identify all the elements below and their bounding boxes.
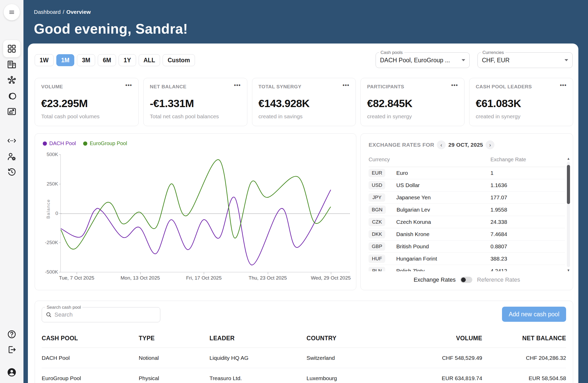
range-button-custom[interactable]: Custom — [163, 54, 195, 66]
toggle-knob — [461, 277, 466, 282]
currency-column-header: Currency — [369, 157, 490, 163]
cell-volume: EUR 634,819.74 — [401, 375, 482, 381]
sidebar-item-user-settings[interactable] — [6, 151, 17, 162]
kpi-value: -€1.331M — [150, 97, 241, 110]
card-menu-icon[interactable]: ••• — [234, 84, 241, 87]
sidebar-item-network[interactable] — [6, 75, 17, 86]
add-new-cash-pool-button[interactable]: Add new cash pool — [502, 307, 566, 322]
exchange-row: PLNPolish Zloty4.2412 — [369, 265, 565, 271]
cell-country: Switzerland — [307, 355, 401, 361]
exchange-row: USDUS Dollar1.1636 — [369, 179, 565, 191]
kpi-card-net-balance: NET BALANCE••• -€1.331M Total net cash p… — [143, 78, 247, 126]
kpi-value: €143.928K — [259, 97, 350, 110]
legend-item-dach-pool[interactable]: DACH Pool — [43, 140, 76, 146]
currency-code-badge: CZK — [369, 218, 385, 226]
scrollbar[interactable]: ▲ ▼ — [566, 157, 571, 272]
help-button[interactable] — [6, 329, 17, 340]
range-button-1m[interactable]: 1M — [56, 54, 75, 66]
sidebar-item-dashboard[interactable] — [3, 40, 20, 57]
next-date-button[interactable]: › — [486, 140, 494, 149]
legend-label: DACH Pool — [49, 140, 76, 146]
breadcrumb-overview: Overview — [66, 9, 91, 15]
exchange-row: HUFHungarian Forint388.23 — [369, 253, 565, 265]
cell-country: Luxembourg — [307, 375, 401, 381]
history-clock-icon — [7, 167, 17, 177]
exchange-row: EUREuro1 — [369, 167, 565, 179]
currency-name: Japanese Yen — [396, 194, 431, 201]
card-menu-icon[interactable]: ••• — [342, 84, 349, 87]
help-icon — [7, 329, 17, 339]
range-button-1w[interactable]: 1W — [35, 54, 54, 66]
range-button-all[interactable]: ALL — [139, 54, 160, 66]
kpi-subtitle: created in savings — [259, 113, 350, 120]
kpi-title: NET BALANCE — [150, 84, 187, 90]
user-gear-icon — [7, 152, 17, 162]
line-chart — [61, 155, 350, 272]
cash-pools-select[interactable]: Cash pools DACH Pool, EuroGroup ... — [376, 52, 470, 68]
rates-toggle-switch[interactable] — [460, 277, 472, 283]
logout-icon — [7, 345, 17, 355]
range-button-3m[interactable]: 3M — [77, 54, 95, 66]
y-axis-title: Balance — [46, 199, 51, 219]
legend-label: EuroGroup Pool — [90, 140, 127, 146]
currency-code-badge: HUF — [369, 255, 385, 263]
dashboard-grid-icon — [7, 44, 17, 54]
range-button-1y[interactable]: 1Y — [119, 54, 136, 66]
breadcrumb-separator: / — [63, 9, 64, 15]
logout-button[interactable] — [6, 344, 17, 355]
x-tick-label: Mon, 13 Oct 2025 — [121, 275, 160, 281]
range-button-6m[interactable]: 6M — [98, 54, 116, 66]
exchange-rate-value: 1 — [491, 170, 565, 176]
sidebar-item-api[interactable] — [6, 135, 17, 146]
cell-leader: Treasuro Ltd. — [210, 375, 307, 381]
kpi-card-cash-pool-leaders: CASH POOL LEADERS••• €61.083K created in… — [469, 78, 573, 126]
cell-cash-pool: EuroGroup Pool — [42, 375, 139, 381]
currency-name: Bulgarian Lev — [397, 207, 430, 213]
chevron-down-icon — [462, 59, 465, 61]
currency-code-badge: JPY — [369, 193, 385, 202]
chart-plot-area: 500K 250K 0 -250K -500K Tue, 7 Oct 2025 … — [60, 155, 350, 272]
y-tick-label: -250K — [45, 240, 58, 245]
y-tick-label: -500K — [45, 269, 58, 275]
scroll-up-icon[interactable]: ▲ — [567, 157, 570, 160]
legend-item-eurogroup-pool[interactable]: EuroGroup Pool — [83, 140, 127, 146]
table-row-dach-pool[interactable]: DACH Pool Notional Liquidity HQ AG Switz… — [42, 348, 566, 368]
scroll-down-icon[interactable]: ▼ — [567, 268, 570, 272]
currency-name: Polish Zloty — [396, 268, 425, 271]
previous-date-button[interactable]: ‹ — [437, 140, 446, 149]
currencies-select-value: CHF, EUR — [482, 57, 562, 64]
card-menu-icon[interactable]: ••• — [125, 84, 132, 87]
column-header-volume: VOLUME — [401, 335, 482, 342]
sidebar-item-reports[interactable] — [6, 106, 17, 117]
search-icon — [46, 312, 52, 318]
kpi-subtitle: Total cash pool volumes — [41, 113, 132, 120]
kpi-subtitle: Total net cash pool balances — [150, 113, 241, 120]
kpi-title: VOLUME — [41, 84, 63, 90]
exchange-row: JPYJapanese Yen177.07 — [369, 191, 565, 204]
currency-name: Czech Koruna — [396, 219, 431, 225]
sidebar-item-pools[interactable] — [6, 90, 17, 102]
sidebar-item-company[interactable] — [6, 59, 17, 70]
exchange-rate-value: 177.07 — [491, 194, 565, 201]
exchange-row: GBPBritish Pound0.8807 — [369, 240, 565, 253]
column-header-type: TYPE — [139, 335, 210, 342]
time-range-group: 1W 1M 3M 6M 1Y ALL Custom — [35, 54, 195, 66]
card-menu-icon[interactable]: ••• — [451, 84, 458, 87]
scrollbar-thumb[interactable] — [567, 165, 570, 204]
card-menu-icon[interactable]: ••• — [560, 84, 567, 87]
user-avatar[interactable] — [6, 367, 17, 378]
menu-toggle-button[interactable] — [4, 4, 20, 20]
kpi-card-total-synergy: TOTAL SYNERGY••• €143.928K created in sa… — [252, 78, 356, 126]
search-input[interactable] — [54, 311, 156, 318]
breadcrumb-dashboard[interactable]: Dashboard — [34, 9, 61, 15]
currencies-select[interactable]: Currencies CHF, EUR — [477, 52, 573, 68]
x-tick-label: Fri, 17 Oct 2025 — [186, 275, 222, 281]
sidebar-item-history[interactable] — [6, 166, 17, 178]
exchange-rate-value: 7.4684 — [491, 231, 565, 237]
kpi-subtitle: created in synergy — [367, 113, 458, 120]
sidebar — [0, 0, 23, 383]
currency-name: Danish Krone — [396, 231, 429, 237]
currency-code-badge: DKK — [369, 230, 385, 238]
currency-code-badge: PLN — [369, 267, 385, 271]
table-row-eurogroup-pool[interactable]: EuroGroup Pool Physical Treasuro Ltd. Lu… — [42, 368, 566, 383]
